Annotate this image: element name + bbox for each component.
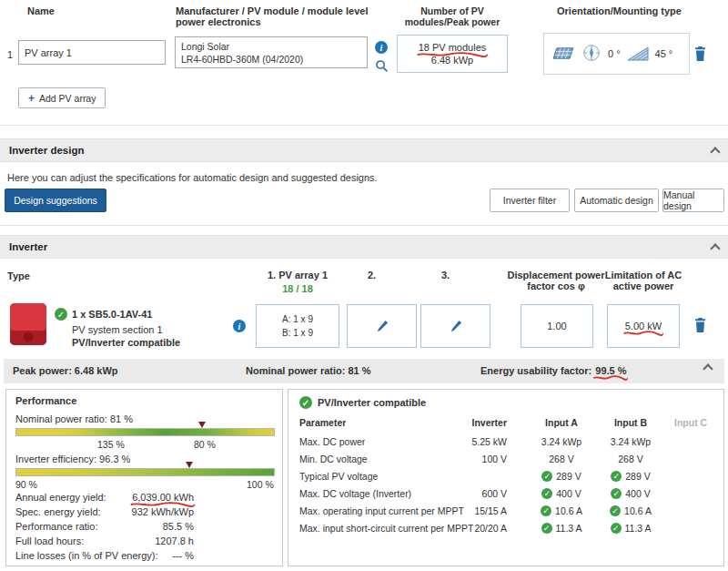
manual-design-button[interactable]: Manual design	[662, 189, 724, 212]
compatibility-label: PV/Inverter compatible	[72, 337, 180, 348]
check-icon: ✓	[541, 488, 552, 499]
tilt-icon	[627, 46, 649, 63]
mounting-type-icon	[551, 46, 575, 63]
check-icon: ✓	[611, 488, 622, 499]
gauge-tick-label: 100 %	[247, 479, 274, 490]
gauge-marker-icon	[198, 422, 206, 428]
check-icon: ✓	[610, 505, 621, 516]
performance-panel: Performance Nominal power ratio: 81 % 13…	[5, 389, 283, 566]
azimuth-value: 0 °	[608, 48, 621, 59]
add-pv-array-label: Add PV array	[39, 93, 96, 104]
inverter-info-icon[interactable]: i	[233, 320, 246, 332]
cos-phi-value: 1.00	[547, 321, 566, 331]
gauge-tick-label: 90 %	[15, 479, 37, 490]
string-config-box[interactable]: A: 1 x 9 B: 1 x 9	[256, 304, 339, 348]
inverter-name-row: ✓ 1 x SB5.0-1AV-41	[55, 308, 152, 321]
inverter-summary-bar: Peak power: 6.48 kWp Nominal power ratio…	[4, 359, 724, 383]
pv-array-name-input[interactable]	[18, 40, 166, 65]
inverter-name: 1 x SB5.0-1AV-41	[72, 309, 152, 320]
pv-system-section-label: PV system section 1	[72, 324, 163, 335]
cos-phi-value-box[interactable]: 1.00	[521, 304, 593, 348]
nominal-power-ratio-gauge	[15, 428, 275, 436]
column-header-ac-limit: Limitation of AC active power	[599, 270, 688, 291]
string-config-b: B: 1 x 9	[282, 327, 313, 340]
delete-inverter-icon[interactable]	[694, 318, 706, 334]
plus-icon: +	[28, 92, 35, 105]
compat-row: Max. DC power 5.25 kW 3.24 kWp 3.24 kWp	[288, 436, 725, 451]
column-header-array1: 1. PV array 1	[256, 270, 339, 280]
edit-array3-button[interactable]	[420, 304, 490, 348]
array1-assignment: 18 / 18	[256, 283, 339, 294]
column-header-cos-phi: Displacement power factor cos φ	[501, 270, 611, 291]
gauge-tick-label: 80 %	[194, 439, 216, 450]
ac-limit-value-box[interactable]: 5.00 kW	[607, 304, 680, 348]
summary-nominal-power-ratio: Nominal power ratio: 81 %	[246, 365, 371, 376]
pv-module-select[interactable]: Longi Solar LR4-60HBD-360M (04/2020)	[175, 36, 368, 68]
compat-header-row: Parameter Inverter Input A Input B Input…	[288, 417, 725, 432]
stat-row: Line losses (in % of PV energy):--- %	[15, 550, 194, 565]
edit-array2-button[interactable]	[347, 304, 417, 348]
column-header-modules: Number of PV modules/Peak power	[391, 5, 513, 27]
performance-title: Performance	[15, 395, 76, 406]
design-suggestions-button[interactable]: Design suggestions	[5, 189, 106, 212]
orientation-box[interactable]: 0 ° 45 °	[543, 33, 690, 75]
check-icon: ✓	[55, 308, 67, 321]
pv-module-model: LR4-60HBD-360M (04/2020)	[181, 53, 361, 66]
check-icon: ✓	[611, 523, 622, 534]
column-header-type: Type	[7, 270, 30, 281]
automatic-design-button[interactable]: Automatic design	[574, 189, 659, 212]
summary-peak-power: Peak power: 6.48 kWp	[13, 365, 118, 376]
gauge-tick-label: 135 %	[97, 439, 125, 450]
stat-row: Annual energy yield: 6,039.00 kWh	[15, 492, 194, 506]
compat-row: Max. operating input current per MPPT 15…	[288, 505, 725, 520]
stat-row: Spec. energy yield:932 kWh/kWp	[15, 506, 194, 521]
delete-pv-array-icon[interactable]	[694, 46, 706, 63]
pencil-icon	[376, 320, 389, 332]
inverter-design-description: Here you can adjust the specifications f…	[7, 172, 378, 183]
tilt-value: 45 °	[655, 48, 673, 59]
stat-row: Full load hours:1207.8 h	[15, 535, 194, 550]
check-icon: ✓	[541, 505, 551, 516]
compat-row: Max. input short-circuit current per MPP…	[288, 523, 725, 537]
red-underline-annotation	[417, 52, 489, 57]
pv-design-page: Name Manufacturer / PV module / module l…	[0, 0, 728, 571]
compatibility-panel: ✓ PV/Inverter compatible Parameter Inver…	[288, 389, 724, 566]
string-config-a: A: 1 x 9	[282, 313, 313, 326]
check-icon: ✓	[541, 471, 552, 482]
divider	[0, 225, 728, 226]
section-header-inverter[interactable]: Inverter	[0, 235, 728, 259]
section-title: Inverter design	[9, 145, 84, 156]
inverter-image	[7, 302, 49, 350]
column-header-name: Name	[27, 5, 55, 16]
summary-energy-usability: Energy usability factor:99.5 %	[480, 365, 627, 376]
module-count-box[interactable]: 18 PV modules 6.48 kWp	[397, 35, 508, 73]
red-underline-annotation	[593, 375, 628, 381]
inverter-efficiency-label: Inverter efficiency: 96.3 %	[15, 454, 130, 464]
inverter-filter-button[interactable]: Inverter filter	[490, 189, 570, 212]
pv-module-manufacturer: Longi Solar	[181, 40, 361, 53]
check-icon: ✓	[541, 523, 552, 534]
section-header-inverter-design[interactable]: Inverter design	[0, 138, 728, 162]
column-header-2: 2.	[368, 270, 376, 280]
section-title: Inverter	[9, 241, 47, 252]
module-search-icon[interactable]	[375, 59, 389, 75]
red-underline-annotation	[623, 331, 663, 336]
check-icon: ✓	[299, 396, 312, 409]
add-pv-array-button[interactable]: + Add PV array	[18, 87, 106, 108]
compat-row: Max. DC voltage (Inverter) 600 V ✓400 V …	[288, 488, 725, 503]
azimuth-compass-icon	[581, 43, 602, 65]
column-header-orientation: Orientation/Mounting type	[557, 5, 682, 16]
module-info-icon[interactable]: i	[375, 41, 388, 54]
stat-row: Performance ratio:85.5 %	[15, 521, 194, 535]
divider	[0, 125, 728, 126]
collapse-chevron-icon[interactable]	[710, 147, 720, 157]
row-index: 1	[7, 49, 13, 60]
inverter-efficiency-gauge	[15, 468, 275, 476]
column-header-manufacturer: Manufacturer / PV module / module level …	[176, 5, 378, 27]
compatibility-header: ✓ PV/Inverter compatible	[299, 396, 426, 409]
compat-row: Typical PV voltage ✓289 V ✓289 V	[288, 471, 725, 485]
collapse-chevron-icon[interactable]	[710, 243, 720, 253]
collapse-chevron-icon[interactable]	[703, 363, 713, 373]
nominal-power-ratio-label: Nominal power ratio: 81 %	[15, 413, 133, 424]
check-icon: ✓	[611, 471, 622, 482]
